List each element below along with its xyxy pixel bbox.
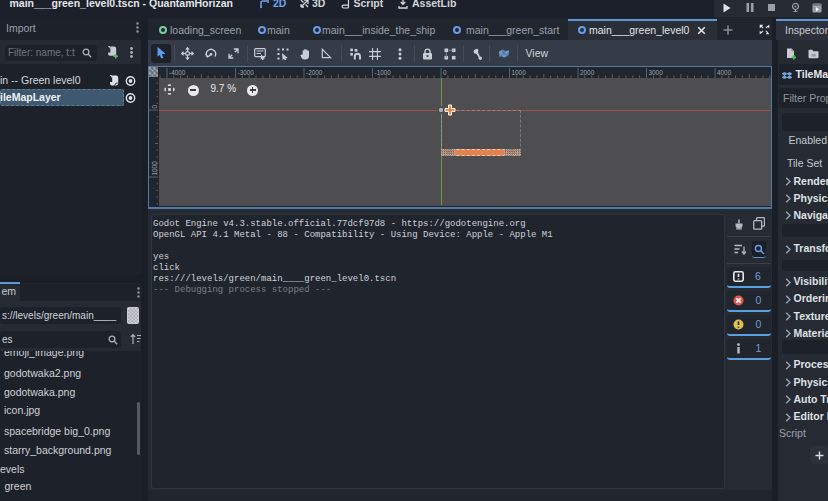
- svg-text:-1000: -1000: [375, 69, 392, 76]
- svg-text:0: 0: [151, 104, 158, 108]
- svg-text:-3000: -3000: [238, 69, 255, 76]
- svg-text:1000: 1000: [512, 69, 527, 76]
- svg-text:4000: 4000: [717, 69, 732, 76]
- svg-text:1000: 1000: [151, 160, 158, 175]
- svg-text:-4000: -4000: [169, 69, 186, 76]
- svg-text:-2000: -2000: [306, 69, 323, 76]
- svg-text:0: 0: [443, 69, 447, 76]
- svg-text:2000: 2000: [580, 69, 595, 76]
- svg-text:3000: 3000: [649, 69, 664, 76]
